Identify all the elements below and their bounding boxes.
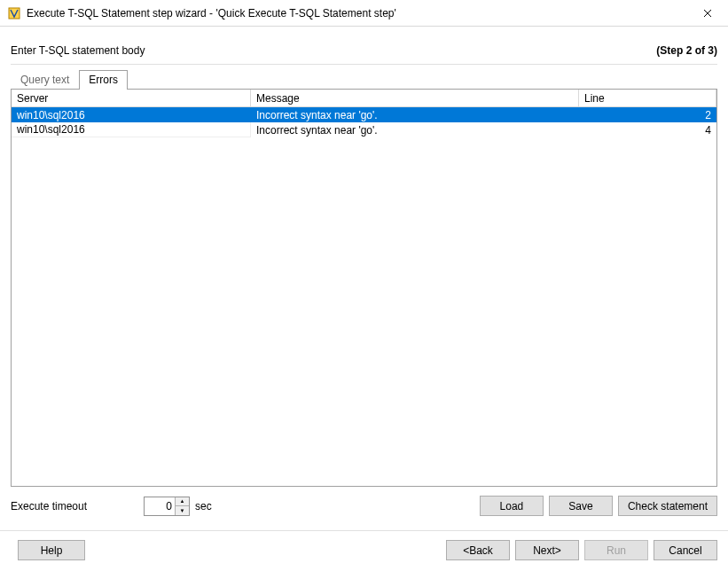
cell-server: win10\sql2016 bbox=[12, 122, 251, 137]
help-button[interactable]: Help bbox=[18, 540, 85, 560]
run-button[interactable]: Run bbox=[584, 540, 648, 560]
page-subtitle: Enter T-SQL statement body bbox=[11, 44, 145, 57]
tab-strip: Query text Errors bbox=[11, 70, 717, 90]
table-row[interactable]: win10\sql2016Incorrect syntax near 'go'.… bbox=[12, 122, 716, 137]
tab-errors[interactable]: Errors bbox=[79, 70, 128, 90]
cell-server: win10\sql2016 bbox=[12, 107, 251, 122]
titlebar: Execute T-SQL Statement step wizard - 'Q… bbox=[0, 0, 728, 27]
back-button[interactable]: <Back bbox=[446, 540, 510, 560]
column-header-server[interactable]: Server bbox=[12, 90, 251, 106]
check-statement-button[interactable]: Check statement bbox=[618, 496, 717, 516]
table-row[interactable]: win10\sql2016Incorrect syntax near 'go'.… bbox=[12, 107, 716, 122]
errors-table: Server Message Line win10\sql2016Incorre… bbox=[11, 89, 717, 487]
table-body: win10\sql2016Incorrect syntax near 'go'.… bbox=[12, 107, 716, 486]
load-button[interactable]: Load bbox=[480, 496, 544, 516]
cell-line: 4 bbox=[579, 122, 716, 137]
wizard-footer: Help <Back Next> Run Cancel bbox=[0, 530, 728, 571]
app-icon bbox=[7, 6, 21, 20]
next-button[interactable]: Next> bbox=[515, 540, 579, 560]
tab-query-text[interactable]: Query text bbox=[11, 70, 79, 90]
timeout-input[interactable] bbox=[145, 497, 175, 515]
timeout-unit: sec bbox=[195, 500, 212, 512]
wizard-content: Enter T-SQL statement body (Step 2 of 3)… bbox=[0, 27, 728, 530]
column-header-message[interactable]: Message bbox=[251, 90, 579, 106]
timeout-spinbox[interactable]: ▲ ▼ bbox=[144, 497, 190, 516]
spin-down-button[interactable]: ▼ bbox=[176, 506, 189, 515]
spin-up-button[interactable]: ▲ bbox=[176, 497, 189, 507]
column-header-line[interactable]: Line bbox=[579, 90, 716, 106]
save-button[interactable]: Save bbox=[549, 496, 613, 516]
table-header: Server Message Line bbox=[12, 90, 716, 107]
step-indicator: (Step 2 of 3) bbox=[656, 44, 717, 57]
window-close-button[interactable] bbox=[687, 0, 728, 27]
cell-message: Incorrect syntax near 'go'. bbox=[251, 107, 579, 122]
cell-line: 2 bbox=[579, 107, 716, 122]
timeout-label: Execute timeout bbox=[11, 500, 87, 512]
cell-message: Incorrect syntax near 'go'. bbox=[251, 122, 579, 137]
cancel-button[interactable]: Cancel bbox=[654, 540, 717, 560]
window-title: Execute T-SQL Statement step wizard - 'Q… bbox=[27, 7, 687, 20]
